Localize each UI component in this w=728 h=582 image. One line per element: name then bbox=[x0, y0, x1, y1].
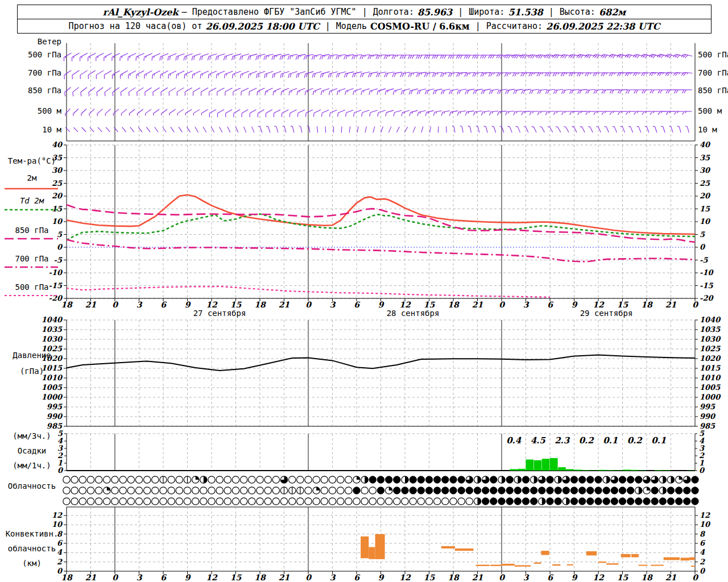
pressure-panel: 1040104010351035103010301025102510201020… bbox=[42, 315, 721, 430]
svg-text:21: 21 bbox=[279, 300, 290, 309]
svg-text:9: 9 bbox=[185, 573, 191, 582]
svg-text:5: 5 bbox=[57, 230, 63, 239]
cloud-row-3 bbox=[63, 498, 698, 505]
cloudiness-panel bbox=[63, 476, 698, 505]
svg-text:-15: -15 bbox=[49, 281, 63, 290]
svg-text:18: 18 bbox=[448, 573, 460, 582]
svg-text:12: 12 bbox=[206, 300, 218, 309]
svg-text:3: 3 bbox=[523, 300, 530, 309]
svg-text:12: 12 bbox=[700, 511, 710, 519]
svg-text:9: 9 bbox=[378, 300, 384, 309]
svg-text:990: 990 bbox=[700, 412, 716, 421]
svg-text:4: 4 bbox=[700, 548, 705, 556]
svg-text:0: 0 bbox=[57, 466, 64, 475]
temp-series-700-гПа bbox=[67, 240, 695, 262]
svg-text:1015: 1015 bbox=[42, 364, 63, 372]
svg-text:1040: 1040 bbox=[42, 315, 63, 324]
svg-text:12: 12 bbox=[52, 511, 63, 519]
svg-text:35: 35 bbox=[52, 153, 63, 162]
svg-text:40: 40 bbox=[700, 140, 711, 149]
svg-text:12: 12 bbox=[206, 573, 218, 582]
svg-text:6: 6 bbox=[354, 573, 360, 582]
svg-text:25: 25 bbox=[52, 179, 63, 188]
svg-text:0: 0 bbox=[499, 573, 505, 582]
svg-text:3: 3 bbox=[330, 573, 336, 582]
svg-text:0: 0 bbox=[499, 300, 505, 309]
svg-text:21: 21 bbox=[85, 300, 97, 309]
svg-text:1005: 1005 bbox=[42, 383, 63, 392]
svg-text:40: 40 bbox=[52, 140, 63, 149]
svg-text:0.4: 0.4 bbox=[506, 435, 522, 446]
svg-text:1015: 1015 bbox=[700, 364, 721, 372]
svg-text:3: 3 bbox=[523, 573, 530, 582]
svg-text:-5: -5 bbox=[54, 256, 63, 264]
svg-text:1020: 1020 bbox=[700, 354, 721, 363]
svg-text:3: 3 bbox=[330, 300, 336, 309]
svg-text:6: 6 bbox=[57, 539, 63, 547]
svg-text:-10: -10 bbox=[49, 268, 63, 277]
svg-text:1005: 1005 bbox=[700, 383, 721, 392]
svg-text:0: 0 bbox=[692, 573, 698, 582]
svg-text:1025: 1025 bbox=[700, 344, 721, 353]
svg-text:8: 8 bbox=[700, 530, 706, 538]
svg-text:1020: 1020 bbox=[42, 354, 63, 363]
svg-text:0.2: 0.2 bbox=[627, 435, 643, 446]
svg-text:21: 21 bbox=[665, 573, 677, 582]
svg-text:5: 5 bbox=[700, 230, 705, 239]
wind-panel bbox=[64, 43, 696, 141]
svg-text:1035: 1035 bbox=[42, 325, 63, 334]
svg-text:1030: 1030 bbox=[700, 335, 721, 343]
svg-text:18: 18 bbox=[254, 573, 266, 582]
svg-text:25: 25 bbox=[700, 179, 710, 188]
svg-text:28 сентября: 28 сентября bbox=[387, 309, 440, 318]
svg-text:15: 15 bbox=[52, 205, 63, 213]
svg-text:2.3: 2.3 bbox=[555, 435, 570, 446]
svg-text:9: 9 bbox=[572, 300, 578, 309]
svg-text:3: 3 bbox=[136, 573, 143, 582]
svg-text:21: 21 bbox=[85, 573, 97, 582]
svg-text:1035: 1035 bbox=[700, 325, 721, 334]
svg-text:0: 0 bbox=[112, 300, 118, 309]
svg-text:4: 4 bbox=[57, 548, 63, 556]
svg-text:21: 21 bbox=[472, 300, 483, 309]
meteogram-plot: 40403535303025252020151510105500-5-5-10-… bbox=[0, 0, 728, 582]
svg-text:15: 15 bbox=[617, 300, 629, 309]
svg-text:1010: 1010 bbox=[42, 373, 63, 382]
svg-text:6: 6 bbox=[160, 573, 167, 582]
svg-text:15: 15 bbox=[230, 300, 242, 309]
svg-text:18: 18 bbox=[61, 573, 73, 582]
temperature-panel: 40403535303025252020151510105500-5-5-10-… bbox=[5, 140, 714, 318]
svg-text:30: 30 bbox=[52, 166, 63, 174]
svg-text:12: 12 bbox=[593, 573, 605, 582]
svg-text:18: 18 bbox=[254, 300, 266, 309]
svg-text:21: 21 bbox=[665, 300, 677, 309]
svg-text:3: 3 bbox=[136, 300, 143, 309]
convective-panel: 1212101088664422001821036912151821036912… bbox=[52, 507, 711, 582]
svg-text:0: 0 bbox=[305, 300, 312, 309]
svg-text:15: 15 bbox=[424, 300, 436, 309]
svg-text:8: 8 bbox=[57, 530, 63, 538]
svg-text:995: 995 bbox=[47, 402, 63, 411]
svg-text:1000: 1000 bbox=[700, 393, 721, 401]
svg-text:18: 18 bbox=[641, 300, 653, 309]
svg-text:1030: 1030 bbox=[42, 335, 63, 343]
svg-text:0: 0 bbox=[692, 300, 698, 309]
svg-text:15: 15 bbox=[617, 573, 629, 582]
svg-text:20: 20 bbox=[700, 192, 711, 200]
svg-text:20: 20 bbox=[52, 192, 63, 200]
svg-text:35: 35 bbox=[700, 153, 710, 162]
svg-text:990: 990 bbox=[47, 412, 63, 421]
svg-text:0: 0 bbox=[57, 243, 63, 251]
svg-text:0.1: 0.1 bbox=[603, 435, 618, 446]
svg-text:18: 18 bbox=[448, 300, 460, 309]
svg-text:21: 21 bbox=[279, 573, 290, 582]
svg-text:12: 12 bbox=[399, 573, 411, 582]
svg-text:1010: 1010 bbox=[700, 373, 721, 382]
svg-text:-10: -10 bbox=[700, 268, 714, 277]
svg-text:9: 9 bbox=[572, 573, 578, 582]
svg-text:15: 15 bbox=[700, 205, 710, 213]
svg-text:995: 995 bbox=[700, 402, 715, 411]
svg-text:12: 12 bbox=[593, 300, 605, 309]
cloud-row-1 bbox=[63, 476, 698, 483]
svg-text:18: 18 bbox=[641, 573, 653, 582]
